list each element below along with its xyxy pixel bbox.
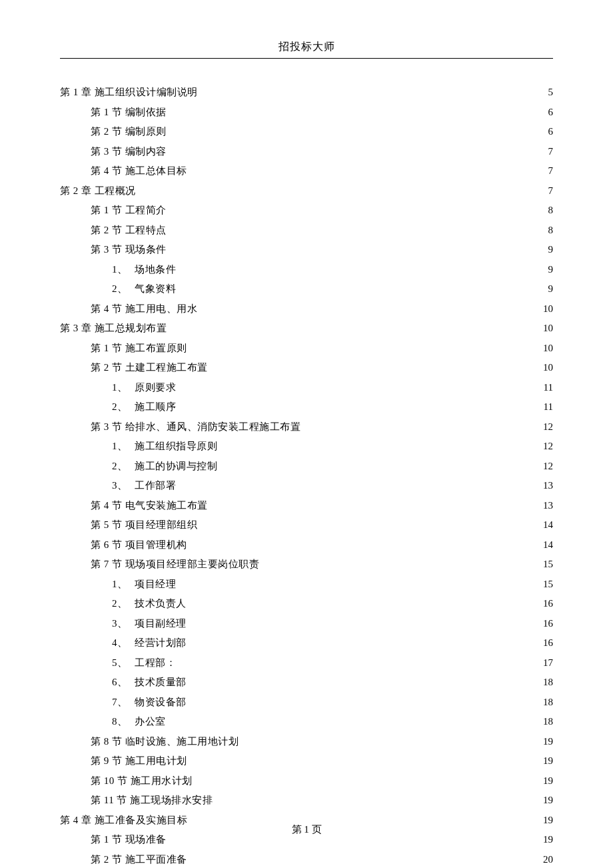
toc-entry-label: 3、工作部署 (112, 477, 176, 493)
toc-entry: 第 11 节 施工现场排水安排19 (60, 792, 553, 808)
toc-entry-label: 1、项目经理 (112, 576, 176, 592)
toc-entry-page: 12 (542, 419, 553, 435)
toc-entry-number: 7、 (112, 694, 135, 710)
toc-entry-page: 9 (547, 281, 554, 297)
toc-entry-page: 13 (542, 477, 553, 493)
toc-entry-page: 7 (547, 183, 554, 199)
toc-entry-page: 10 (542, 320, 553, 336)
toc-entry-label: 第 4 节 施工总体目标 (91, 163, 187, 179)
toc-entry-label: 7、物资设备部 (112, 694, 187, 710)
toc-entry-label: 第 11 节 施工现场排水安排 (91, 792, 213, 808)
page-footer: 第 1 页 (0, 823, 613, 836)
toc-entry: 第 9 节 施工用电计划19 (60, 753, 553, 769)
toc-entry-page: 18 (542, 674, 553, 690)
toc-entry-label: 第 2 节 编制原则 (91, 123, 167, 139)
toc-entry-title: 技术负责人 (135, 598, 187, 609)
toc-entry: 第 1 节 工程简介8 (60, 202, 553, 218)
toc-entry: 第 3 节 编制内容7 (60, 143, 553, 159)
toc-entry-number: 3、 (112, 615, 135, 631)
toc-entry: 6、技术质量部18 (60, 674, 553, 690)
toc-entry-title: 经营计划部 (135, 637, 187, 648)
toc-entry-label: 第 2 章 工程概况 (60, 183, 136, 199)
toc-entry-page: 19 (542, 733, 553, 749)
toc-entry-number: 3、 (112, 477, 135, 493)
toc-entry-page: 10 (542, 301, 553, 317)
toc-entry: 第 4 节 电气安装施工布置13 (60, 497, 553, 513)
toc-entry-page: 16 (542, 595, 553, 611)
toc-entry: 第 2 节 土建工程施工布置10 (60, 359, 553, 375)
toc-entry-page: 5 (547, 84, 554, 100)
toc-entry-page: 6 (547, 123, 554, 139)
toc-entry-title: 技术质量部 (135, 677, 187, 687)
toc-entry-label: 3、项目副经理 (112, 615, 187, 631)
toc-entry-label: 第 6 节 项目管理机构 (91, 537, 187, 553)
toc-entry-number: 2、 (112, 458, 135, 474)
toc-entry: 第 7 节 现场项目经理部主要岗位职责15 (60, 556, 553, 572)
table-of-contents: 第 1 章 施工组织设计编制说明5第 1 节 编制依据6第 2 节 编制原则6第… (60, 84, 553, 868)
toc-entry-label: 8、办公室 (112, 713, 166, 729)
toc-entry-label: 第 1 章 施工组织设计编制说明 (60, 84, 198, 100)
toc-entry-page: 10 (542, 340, 553, 356)
toc-entry-label: 2、气象资料 (112, 281, 176, 297)
toc-entry-label: 第 2 节 工程特点 (91, 222, 167, 238)
toc-entry-page: 19 (542, 753, 553, 769)
toc-entry-page: 14 (542, 517, 553, 533)
toc-entry-label: 1、场地条件 (112, 261, 176, 277)
document-page: 招投标大师 第 1 章 施工组织设计编制说明5第 1 节 编制依据6第 2 节 … (0, 0, 613, 868)
toc-entry-label: 1、原则要求 (112, 379, 176, 395)
toc-entry: 第 5 节 项目经理部组织14 (60, 517, 553, 533)
toc-entry: 第 3 节 给排水、通风、消防安装工程施工布置12 (60, 419, 553, 435)
toc-entry-title: 施工顺序 (135, 401, 176, 412)
toc-entry-page: 17 (542, 655, 553, 671)
header-title: 招投标大师 (279, 41, 335, 52)
toc-entry-label: 第 1 节 编制依据 (91, 104, 167, 120)
toc-entry-title: 气象资料 (135, 283, 176, 294)
toc-entry: 2、施工的协调与控制12 (60, 458, 553, 474)
toc-entry-page: 9 (547, 261, 554, 277)
toc-entry-label: 第 7 节 现场项目经理部主要岗位职责 (91, 556, 259, 572)
toc-entry-page: 16 (542, 615, 553, 631)
document-header: 招投标大师 (60, 40, 553, 59)
toc-entry: 第 3 节 现场条件9 (60, 241, 553, 257)
toc-entry-page: 6 (547, 104, 554, 120)
toc-entry: 5、工程部：17 (60, 655, 553, 671)
toc-entry: 第 2 节 工程特点8 (60, 222, 553, 238)
toc-entry: 第 1 节 编制依据6 (60, 104, 553, 120)
toc-entry-number: 1、 (112, 379, 135, 395)
toc-entry-label: 第 3 章 施工总规划布置 (60, 320, 167, 336)
toc-entry: 1、原则要求11 (60, 379, 553, 395)
toc-entry-page: 13 (542, 497, 553, 513)
toc-entry-number: 2、 (112, 281, 135, 297)
toc-entry-label: 4、经营计划部 (112, 635, 187, 651)
toc-entry-page: 8 (547, 202, 554, 218)
toc-entry-title: 施工组织指导原则 (135, 441, 217, 451)
toc-entry-label: 第 4 节 电气安装施工布置 (91, 497, 208, 513)
toc-entry-label: 第 3 节 现场条件 (91, 241, 167, 257)
toc-entry: 3、项目副经理16 (60, 615, 553, 631)
toc-entry-page: 19 (542, 773, 553, 789)
toc-entry-label: 第 2 节 施工平面准备 (91, 851, 187, 867)
toc-entry-number: 1、 (112, 261, 135, 277)
toc-entry-title: 办公室 (135, 716, 166, 727)
toc-entry-page: 18 (542, 713, 553, 729)
toc-entry-page: 7 (547, 163, 554, 179)
toc-entry: 1、项目经理15 (60, 576, 553, 592)
toc-entry-label: 2、技术负责人 (112, 595, 187, 611)
toc-entry-page: 8 (547, 222, 554, 238)
toc-entry-title: 项目副经理 (135, 618, 187, 629)
toc-entry-page: 15 (542, 576, 553, 592)
page-number: 第 1 页 (292, 824, 322, 835)
toc-entry: 3、工作部署13 (60, 477, 553, 493)
toc-entry-label: 第 1 节 工程简介 (91, 202, 167, 218)
toc-entry-page: 7 (547, 143, 554, 159)
toc-entry-number: 1、 (112, 576, 135, 592)
toc-entry-title: 物资设备部 (135, 697, 187, 707)
toc-entry: 2、施工顺序11 (60, 399, 553, 415)
toc-entry-page: 12 (542, 438, 553, 454)
toc-entry: 第 1 节 施工布置原则10 (60, 340, 553, 356)
toc-entry-title: 工程部： (135, 657, 176, 668)
toc-entry-page: 16 (542, 635, 553, 651)
toc-entry-page: 20 (542, 851, 553, 867)
toc-entry-number: 2、 (112, 399, 135, 415)
toc-entry-page: 11 (542, 399, 553, 415)
